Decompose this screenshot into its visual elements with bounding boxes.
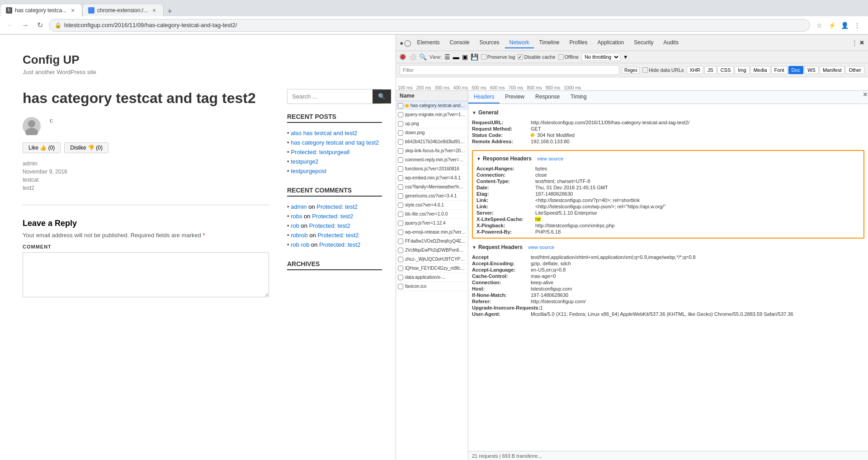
back-button[interactable]: ← <box>5 20 16 31</box>
general-section-header[interactable]: ▼ General <box>472 108 864 117</box>
request-row[interactable]: wp-embed.min.js?ver=4.6.1 <box>396 174 468 183</box>
tab-close-2[interactable]: × <box>151 7 158 14</box>
tab-sources[interactable]: Sources <box>475 38 504 48</box>
filter-css[interactable]: CSS <box>717 66 734 74</box>
hide-data-urls-label[interactable]: Hide data URLs <box>642 67 684 73</box>
req-checkbox-7[interactable] <box>398 157 403 163</box>
menu-button[interactable]: ⋮ <box>852 20 863 31</box>
recent-post-link-3[interactable]: Protected: testpurgeall <box>291 149 349 155</box>
tab-audits[interactable]: Audits <box>659 38 683 48</box>
req-checkbox-14[interactable] <box>398 221 403 226</box>
tab-1[interactable]: h has category testca... × <box>0 4 82 16</box>
disable-cache-checkbox[interactable] <box>518 54 523 60</box>
tab-profiles[interactable]: Profiles <box>565 38 592 48</box>
req-checkbox-10[interactable] <box>398 184 403 190</box>
request-row[interactable]: favicon.ico <box>396 282 468 291</box>
req-checkbox-20[interactable] <box>398 275 403 280</box>
tab-network[interactable]: Network <box>505 38 534 48</box>
recent-post-link-4[interactable]: testpurge2 <box>291 158 318 165</box>
filter-doc[interactable]: Doc <box>788 66 804 74</box>
request-row[interactable]: down.png <box>396 128 468 137</box>
hide-data-urls-checkbox[interactable] <box>642 67 648 73</box>
comment-link-5[interactable]: Protected: test2 <box>319 241 360 248</box>
tab-elements[interactable]: Elements <box>412 38 444 48</box>
details-tab-response[interactable]: Response <box>530 91 565 103</box>
preserve-log-label[interactable]: Preserve log <box>481 54 515 60</box>
tab-2[interactable]: chrome-extension:/... × <box>82 4 164 16</box>
comment-author-4[interactable]: robrob <box>291 232 308 239</box>
request-row[interactable]: wp-emoji-release.min.js?ver=4.6.1 <box>396 228 468 237</box>
req-checkbox-6[interactable] <box>398 148 403 154</box>
comment-link-1[interactable]: Protected: test2 <box>316 203 358 210</box>
req-checkbox-17[interactable] <box>398 248 403 253</box>
filter-media[interactable]: Media <box>750 66 770 74</box>
details-tab-headers[interactable]: Headers <box>468 91 500 103</box>
filter-ws[interactable]: WS <box>804 66 819 74</box>
details-tab-preview[interactable]: Preview <box>500 91 530 103</box>
request-row[interactable]: FFda8w1VOeDZheqfcyQ4EOgd... <box>396 237 468 246</box>
recent-post-link-2[interactable]: has category testcat and tag test2 <box>291 139 379 146</box>
devtools-more-icon[interactable]: ⋮ <box>852 39 858 46</box>
req-checkbox-16[interactable] <box>398 239 403 244</box>
comment-author-5[interactable]: rob rob <box>291 241 309 248</box>
tab-security[interactable]: Security <box>629 38 658 48</box>
preserve-log-checkbox[interactable] <box>481 54 486 60</box>
req-checkbox-5[interactable] <box>398 139 403 145</box>
request-row[interactable]: 2VcMqxEwPh2qDWBPxn6mNu... <box>396 246 468 255</box>
filter-xhr[interactable]: XHR <box>687 66 703 74</box>
filter-js[interactable]: JS <box>704 66 717 74</box>
request-row[interactable]: b642b4217b34b1e8d3bd915fc65... <box>396 137 468 146</box>
filter-input[interactable] <box>400 65 619 75</box>
view-source-link[interactable]: view source <box>537 156 563 161</box>
dislike-button[interactable]: Dislike 👎 (0) <box>64 142 108 153</box>
request-row[interactable]: data:application/x-... <box>396 273 468 282</box>
request-row[interactable]: genericons.css?ver=3.4.1 <box>396 192 468 201</box>
req-checkbox-3[interactable] <box>398 121 403 127</box>
tab-application[interactable]: Application <box>593 38 629 48</box>
list-view-btn[interactable]: ☰ <box>444 53 450 61</box>
comment-author-3[interactable]: rob <box>291 222 299 229</box>
filter-other[interactable]: Other <box>845 66 864 74</box>
request-row[interactable]: style.css?ver=4.6.1 <box>396 201 468 210</box>
tab-timeline[interactable]: Timeline <box>535 38 564 48</box>
req-checkbox-9[interactable] <box>398 175 403 181</box>
comment-textarea[interactable] <box>23 252 269 297</box>
offline-checkbox[interactable] <box>558 54 564 60</box>
search-button[interactable]: 🔍 <box>373 89 391 103</box>
request-row[interactable]: comment-reply.min.js?ver=4.6.1 <box>396 155 468 164</box>
req-checkbox-8[interactable] <box>398 166 403 172</box>
new-tab-button[interactable]: + <box>164 7 176 16</box>
comment-author-1[interactable]: admin <box>291 203 307 210</box>
filter-manifest[interactable]: Manifest <box>820 66 845 74</box>
devtools-dock-icon[interactable]: ✖ <box>859 39 864 46</box>
req-checkbox-21[interactable] <box>398 284 403 289</box>
large-rows-btn[interactable]: ▬ <box>453 53 459 61</box>
record-button[interactable] <box>400 54 406 60</box>
request-row[interactable]: up.png <box>396 119 468 128</box>
search-input[interactable] <box>288 89 373 103</box>
offline-label[interactable]: Offline <box>558 54 579 60</box>
req-checkbox-1[interactable] <box>398 103 403 108</box>
request-row[interactable]: lQHow_FEYlDC4Gzy_m8fcoWM... <box>396 264 468 273</box>
tab-console[interactable]: Console <box>445 38 474 48</box>
req-checkbox-13[interactable] <box>398 211 403 217</box>
response-headers-title[interactable]: ▼ Response Headers view source <box>476 154 860 164</box>
comment-author-2[interactable]: robs <box>291 213 302 220</box>
req-checkbox-11[interactable] <box>398 193 403 199</box>
close-details-button[interactable]: ✕ <box>863 91 868 103</box>
details-tab-timing[interactable]: Timing <box>565 91 592 103</box>
comment-link-2[interactable]: Protected: test2 <box>312 213 353 220</box>
request-row[interactable]: jquery-migrate.min.js?ver=14.1 <box>396 110 468 119</box>
comment-link-3[interactable]: Protected: test2 <box>309 222 350 229</box>
request-row[interactable]: skip-link-focus-fix.js?ver=20160... <box>396 146 468 155</box>
req-checkbox-19[interactable] <box>398 266 403 271</box>
request-row[interactable]: functions.js?ver=20160816 <box>396 164 468 174</box>
req-checkbox-18[interactable] <box>398 257 403 262</box>
request-row[interactable]: zhcz-_WjhJQC0oHJ9TCYPk_vA... <box>396 255 468 264</box>
recent-post-link-1[interactable]: also has testcat and test2 <box>291 130 357 136</box>
filter-img[interactable]: Img <box>735 66 749 74</box>
request-row[interactable]: css?family=Merriweather%3A40... <box>396 183 468 192</box>
throttle-select[interactable]: No throttling <box>581 53 620 61</box>
reload-button[interactable]: ↻ <box>34 20 45 31</box>
request-row[interactable]: ldc-lite.css?ver=1.0.0 <box>396 210 468 219</box>
